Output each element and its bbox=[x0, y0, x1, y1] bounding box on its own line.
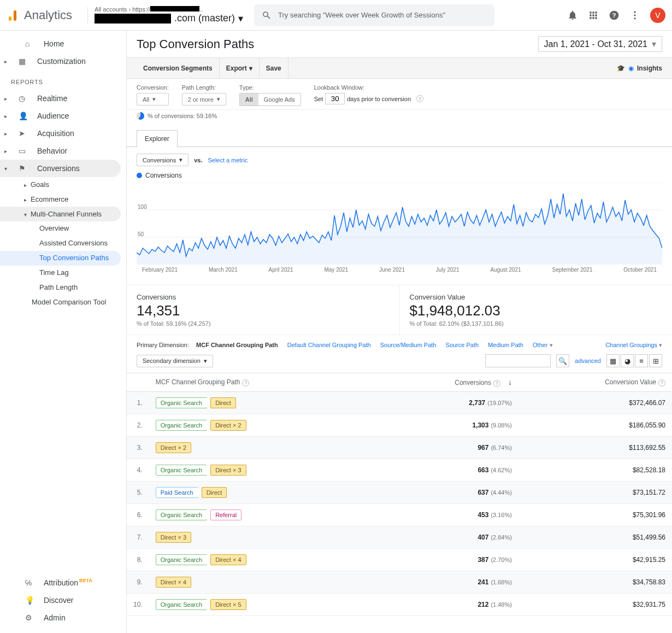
sidebar-item-assisted[interactable]: Assisted Conversions bbox=[0, 236, 126, 251]
bell-icon[interactable] bbox=[567, 10, 578, 21]
help-icon[interactable]: ? bbox=[416, 95, 423, 102]
sidebar-item-path-length[interactable]: Path Length bbox=[0, 280, 126, 295]
education-icon[interactable]: 🎓 bbox=[617, 65, 625, 72]
account-breadcrumb: All accounts › https://.. bbox=[95, 6, 243, 13]
table-search-input[interactable] bbox=[485, 354, 551, 367]
table-row[interactable]: 9.Direct × 4241(1.68%)$34,758.83 bbox=[127, 571, 672, 593]
main-content: Top Conversion Paths Jan 1, 2021 - Oct 3… bbox=[127, 31, 672, 633]
sidebar-item-realtime[interactable]: ▸◷Realtime bbox=[0, 90, 126, 107]
table-row[interactable]: 8.Organic SearchDirect × 4387(2.70%)$42,… bbox=[127, 548, 672, 571]
search-input[interactable]: Try searching "Week over Week Growth of … bbox=[254, 4, 494, 26]
filter-bar: Conversion: All ▾ Path Length: 2 or more… bbox=[127, 79, 672, 110]
sidebar-item-attribution[interactable]: ℅AttributionBETA bbox=[0, 573, 126, 591]
table-row[interactable]: 10.Organic SearchDirect × 5212(1.48%)$32… bbox=[127, 593, 672, 616]
table-row[interactable]: 3.Direct × 2967(6.74%)$113,692.55 bbox=[127, 436, 672, 459]
type-all[interactable]: All bbox=[240, 93, 258, 106]
view-bar-icon[interactable]: ≡ bbox=[635, 354, 648, 367]
col-path[interactable]: MCF Channel Grouping Path? bbox=[149, 373, 372, 392]
date-range-picker[interactable]: Jan 1, 2021 - Oct 31, 2021▾ bbox=[538, 36, 662, 52]
table-row[interactable]: 6.Organic SearchReferral453(3.16%)$75,30… bbox=[127, 503, 672, 526]
dim-other[interactable]: Other ▾ bbox=[533, 342, 553, 348]
sidebar-item-goals[interactable]: ▸Goals bbox=[0, 177, 126, 192]
sidebar-item-behavior[interactable]: ▸▭Behavior bbox=[0, 142, 126, 160]
view-table-icon[interactable]: ▦ bbox=[606, 354, 620, 367]
row-path: Direct × 3 bbox=[149, 526, 372, 548]
sidebar-item-ecommerce[interactable]: ▸Ecommerce bbox=[0, 192, 126, 207]
select-metric-link[interactable]: Select a metric bbox=[208, 157, 247, 163]
dim-medium[interactable]: Medium Path bbox=[488, 342, 523, 348]
metric-dropdown[interactable]: Conversions ▾ bbox=[137, 154, 188, 166]
col-value[interactable]: Conversion Value? bbox=[518, 373, 672, 392]
row-value: $32,931.75 bbox=[518, 593, 672, 616]
more-icon[interactable] bbox=[629, 10, 640, 21]
row-path: Organic SearchDirect × 2 bbox=[149, 414, 372, 436]
sidebar-item-top-paths[interactable]: Top Conversion Paths bbox=[0, 251, 121, 266]
dim-channel-groupings[interactable]: Channel Groupings ▾ bbox=[605, 342, 662, 349]
logo[interactable]: Analytics bbox=[7, 8, 72, 22]
sidebar-item-conversions[interactable]: ▾⚑Conversions bbox=[0, 160, 121, 177]
dim-source-medium[interactable]: Source/Medium Path bbox=[380, 342, 437, 348]
insights-button[interactable]: Insights bbox=[637, 65, 662, 72]
row-index: 2. bbox=[127, 414, 149, 436]
apps-icon[interactable] bbox=[588, 10, 599, 21]
channel-chip: Organic Search bbox=[156, 509, 207, 520]
tab-explorer[interactable]: Explorer bbox=[137, 130, 178, 147]
sidebar-item-overview[interactable]: Overview bbox=[0, 221, 126, 236]
table-row[interactable]: 1.Organic SearchDirect2,737(19.07%)$372,… bbox=[127, 391, 672, 414]
advanced-link[interactable]: advanced bbox=[575, 357, 601, 364]
line-chart[interactable]: 50100150 bbox=[137, 183, 662, 265]
type-toggle[interactable]: All Google Ads bbox=[239, 93, 301, 106]
insights-icon[interactable]: ◉ bbox=[628, 65, 634, 72]
row-index: 9. bbox=[127, 571, 149, 593]
type-google-ads[interactable]: Google Ads bbox=[258, 93, 300, 106]
account-switcher[interactable]: All accounts › https://.. .com (master) … bbox=[95, 6, 243, 25]
row-index: 10. bbox=[127, 593, 149, 616]
analytics-logo-icon bbox=[7, 9, 20, 22]
sidebar-item-home[interactable]: ⌂Home bbox=[0, 35, 126, 52]
svg-point-6 bbox=[634, 17, 635, 19]
paths-table: MCF Channel Grouping Path? Conversions?↓… bbox=[127, 373, 672, 616]
conversion-dropdown[interactable]: All ▾ bbox=[137, 93, 169, 106]
sidebar-item-mcf[interactable]: ▾Multi-Channel Funnels bbox=[0, 207, 121, 221]
dim-active[interactable]: MCF Channel Grouping Path bbox=[196, 342, 278, 348]
table-row[interactable]: 5.Paid SearchDirect637(4.44%)$73,151.72 bbox=[127, 481, 672, 503]
svg-point-4 bbox=[634, 11, 635, 13]
sidebar-item-discover[interactable]: 💡Discover bbox=[0, 591, 126, 609]
secondary-dimension-dropdown[interactable]: Secondary dimension ▾ bbox=[137, 355, 213, 367]
view-pivot-icon[interactable]: ⊞ bbox=[649, 354, 662, 367]
sidebar-item-admin[interactable]: ⚙Admin bbox=[0, 609, 126, 626]
lookback-input[interactable] bbox=[325, 93, 345, 104]
sidebar-item-acquisition[interactable]: ▸➤Acquisition bbox=[0, 125, 126, 142]
row-value: $51,499.56 bbox=[518, 526, 672, 548]
row-path: Organic SearchDirect × 4 bbox=[149, 548, 372, 571]
row-path: Direct × 2 bbox=[149, 436, 372, 459]
table-row[interactable]: 4.Organic SearchDirect × 3663(4.62%)$82,… bbox=[127, 459, 672, 481]
table-search-button[interactable]: 🔍 bbox=[556, 354, 569, 367]
table-row[interactable]: 7.Direct × 3407(2.84%)$51,499.56 bbox=[127, 526, 672, 548]
sort-desc-icon: ↓ bbox=[508, 378, 512, 386]
save-button[interactable]: Save bbox=[260, 58, 288, 79]
path-length-label: Path Length: bbox=[182, 84, 226, 91]
svg-rect-1 bbox=[14, 10, 16, 21]
row-conversions: 663(4.62%) bbox=[372, 459, 518, 481]
sidebar-item-time-lag[interactable]: Time Lag bbox=[0, 266, 126, 280]
app-header: Analytics All accounts › https://.. .com… bbox=[0, 0, 672, 31]
col-conversions[interactable]: Conversions?↓ bbox=[372, 373, 518, 392]
dim-default[interactable]: Default Channel Grouping Path bbox=[287, 342, 371, 348]
dimension-bar: Primary Dimension: MCF Channel Grouping … bbox=[127, 335, 672, 349]
dim-source[interactable]: Source Path bbox=[446, 342, 479, 348]
row-path: Organic SearchDirect × 3 bbox=[149, 459, 372, 481]
search-placeholder: Try searching "Week over Week Growth of … bbox=[278, 11, 445, 19]
sidebar-item-audience[interactable]: ▸👤Audience bbox=[0, 107, 126, 125]
export-button[interactable]: Export ▾ bbox=[220, 58, 260, 79]
sidebar: ⌂Home ▸▦Customization REPORTS ▸◷Realtime… bbox=[0, 31, 127, 633]
conversion-segments-button[interactable]: Conversion Segments bbox=[137, 58, 220, 79]
table-row[interactable]: 2.Organic SearchDirect × 21,303(9.08%)$1… bbox=[127, 414, 672, 436]
avatar[interactable]: V bbox=[650, 8, 665, 23]
path-length-dropdown[interactable]: 2 or more ▾ bbox=[182, 93, 226, 106]
help-icon[interactable]: ? bbox=[609, 10, 620, 21]
titlebar: Top Conversion Paths Jan 1, 2021 - Oct 3… bbox=[127, 31, 672, 58]
sidebar-item-model-comparison[interactable]: Model Comparison Tool bbox=[0, 295, 126, 309]
sidebar-item-customization[interactable]: ▸▦Customization bbox=[0, 52, 126, 70]
view-pie-icon[interactable]: ◕ bbox=[621, 354, 634, 367]
